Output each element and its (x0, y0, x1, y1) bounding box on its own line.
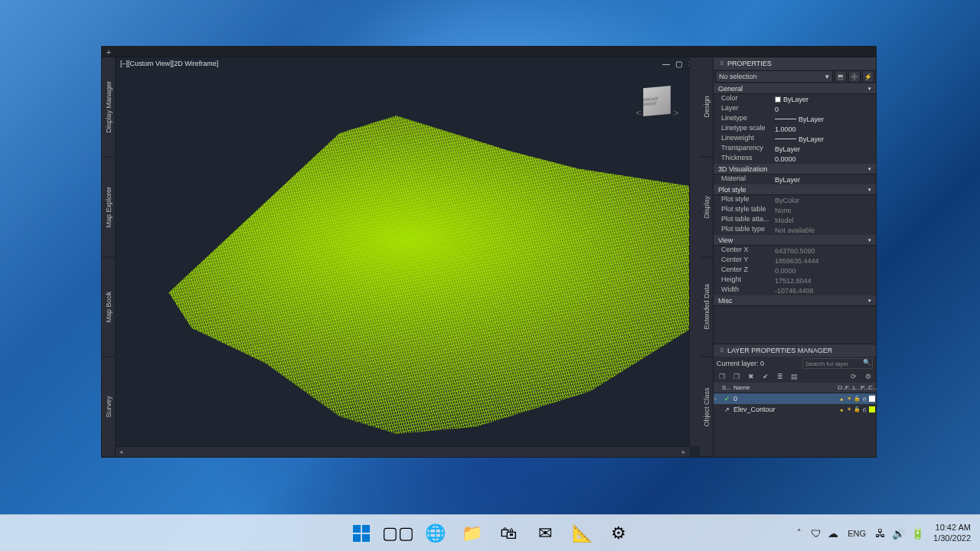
tab-design[interactable]: Design (700, 57, 713, 158)
language-indicator[interactable]: ENG (848, 529, 866, 538)
layer-row-elev-contour[interactable]: ↗ Elev_Contour ● ☀ 🔓 ⎙ (714, 404, 876, 415)
viewport-minimize-icon[interactable]: — (662, 60, 671, 68)
prop-transparency[interactable]: ByLayer (773, 144, 876, 154)
document-tab-strip: + (102, 47, 876, 57)
prop-height: 17512.8044 (773, 276, 876, 285)
viewport-label[interactable]: [–][Custom View][2D Wireframe] (120, 60, 218, 67)
lightbulb-icon[interactable]: ● (838, 396, 845, 402)
category-misc[interactable]: Misc▾ (714, 295, 876, 306)
prop-thickness[interactable]: 0.0000 (773, 154, 876, 164)
volume-tray-icon[interactable]: 🔊 (892, 527, 905, 540)
prop-center-z: 0.0000 (773, 266, 876, 276)
properties-panel: PROPERTIES No selection▾ ⬒ ➕ ⚡ General▾ … (714, 57, 876, 344)
battery-tray-icon[interactable]: 🔋 (911, 527, 924, 540)
layer-panel-title: LAYER PROPERTIES MANAGER (714, 344, 876, 357)
prop-color[interactable]: ByLayer (773, 94, 876, 104)
layer-column-headers[interactable]: S... Name O.. F... L... P... C... (714, 383, 876, 393)
right-panels: PROPERTIES No selection▾ ⬒ ➕ ⚡ General▾ … (714, 57, 876, 457)
color-swatch[interactable] (869, 406, 875, 412)
category-view[interactable]: View▾ (714, 235, 876, 246)
delete-layer-button[interactable]: ✖ (746, 372, 756, 382)
cad-app-window: + Display Manager Map Explorer Map Book … (101, 46, 877, 458)
cad-app-icon[interactable]: 📐 (567, 518, 597, 549)
system-clock[interactable]: 10:42 AM 1/30/2022 (933, 523, 971, 543)
file-explorer-icon[interactable]: 📁 (456, 518, 487, 549)
tab-display[interactable]: Display (700, 158, 713, 258)
tab-extended-data[interactable]: Extended Data (700, 257, 713, 357)
freeze-icon[interactable]: ☀ (845, 406, 853, 412)
layer-filter-button[interactable]: ▤ (789, 372, 799, 382)
viewport-maximize-icon[interactable]: ▢ (674, 60, 683, 68)
tab-display-manager[interactable]: Display Manager (102, 57, 115, 158)
edge-browser-icon[interactable]: 🌐 (420, 518, 450, 549)
prop-linetype[interactable]: ByLayer (773, 114, 876, 124)
color-swatch[interactable] (869, 396, 875, 402)
terrain-wireframe-model (123, 80, 692, 434)
tab-map-explorer[interactable]: Map Explorer (102, 158, 115, 258)
prop-plot-style: ByColor (773, 195, 876, 205)
prop-material[interactable]: ByLayer (773, 174, 876, 184)
new-tab-button[interactable]: + (102, 47, 116, 57)
properties-title: PROPERTIES (714, 57, 876, 70)
prop-lineweight[interactable]: ByLayer (773, 134, 876, 144)
tab-survey[interactable]: Survey (102, 357, 115, 458)
right-tool-palettes: Design Display Extended Data Object Clas… (700, 57, 714, 457)
prop-center-y: 1859635.4444 (773, 256, 876, 266)
tab-object-class[interactable]: Object Class (700, 357, 713, 458)
new-layer-button[interactable]: ❐ (717, 372, 727, 382)
new-layer-vp-button[interactable]: ❒ (731, 372, 741, 382)
current-layer-label: Current layer: 0 (717, 360, 764, 367)
prop-linetype-scale[interactable]: 1.0000 (773, 124, 876, 134)
lightbulb-icon[interactable]: ● (838, 407, 845, 412)
drawing-viewport[interactable]: [–][Custom View][2D Wireframe] — ▢ ✕ FRO… (116, 57, 700, 457)
lock-icon[interactable]: 🔓 (853, 406, 861, 412)
category-plot-style[interactable]: Plot style▾ (714, 184, 876, 195)
task-view-button[interactable]: ▢▢ (383, 518, 413, 549)
chevron-down-icon: ▾ (825, 73, 829, 80)
prop-plot-table-type: Not available (773, 225, 876, 235)
left-tool-palettes: Display Manager Map Explorer Map Book Su… (102, 57, 116, 457)
freeze-icon[interactable]: ☀ (845, 396, 853, 402)
security-tray-icon[interactable]: 🛡 (811, 527, 822, 540)
tab-map-book[interactable]: Map Book (102, 257, 115, 357)
prop-width: -10746.4408 (773, 285, 876, 295)
plot-icon[interactable]: ⎙ (861, 407, 868, 412)
start-button[interactable] (346, 518, 377, 549)
set-current-button[interactable]: ✔ (760, 372, 770, 382)
properties-grid: General▾ ColorByLayer Layer0 LinetypeByL… (714, 83, 876, 344)
toggle-pickadd-button[interactable]: ⬒ (835, 70, 847, 83)
select-objects-button[interactable]: ➕ (848, 70, 861, 83)
search-icon: 🔍 (863, 359, 871, 366)
prop-layer[interactable]: 0 (773, 104, 876, 114)
viewcube[interactable]: FRONT RIGHT (636, 80, 678, 122)
windows-taskbar: ▢▢ 🌐 📁 🛍 ✉ 📐 ⚙ ˄ 🛡 ☁ ENG 🖧 🔊 🔋 10:42 AM … (0, 514, 980, 551)
tray-chevron-icon[interactable]: ˄ (797, 528, 802, 538)
network-tray-icon[interactable]: 🖧 (875, 527, 886, 540)
prop-plot-style-table: None (773, 205, 876, 215)
lock-icon[interactable]: 🔓 (853, 396, 861, 402)
vertical-scrollbar[interactable] (689, 57, 700, 446)
prop-plot-table-attached: Model (773, 215, 876, 225)
layer-toolbar: ❐ ❒ ✖ ✔ ≣ ▤ ⟳ ⚙ (714, 370, 876, 383)
horizontal-scrollbar[interactable] (116, 446, 689, 457)
layer-states-button[interactable]: ≣ (775, 372, 785, 382)
settings-button[interactable]: ⚙ (863, 372, 873, 382)
layer-properties-panel: LAYER PROPERTIES MANAGER Current layer: … (714, 344, 876, 457)
category-3d-visualization[interactable]: 3D Visualization▾ (714, 164, 876, 174)
weather-tray-icon[interactable]: ☁ (828, 527, 838, 540)
settings-icon[interactable]: ⚙ (603, 518, 634, 549)
viewcube-compass[interactable] (636, 109, 678, 116)
layer-row-0[interactable]: » ✔ 0 ● ☀ 🔓 ⎙ (714, 393, 876, 404)
mail-icon[interactable]: ✉ (530, 518, 560, 549)
store-icon[interactable]: 🛍 (493, 518, 524, 549)
refresh-button[interactable]: ⟳ (848, 372, 858, 382)
prop-center-x: 643760.5090 (773, 246, 876, 256)
plot-icon[interactable]: ⎙ (861, 396, 868, 402)
quick-select-button[interactable]: ⚡ (862, 70, 874, 83)
selection-filter-dropdown[interactable]: No selection▾ (715, 70, 833, 83)
category-general[interactable]: General▾ (714, 83, 876, 94)
